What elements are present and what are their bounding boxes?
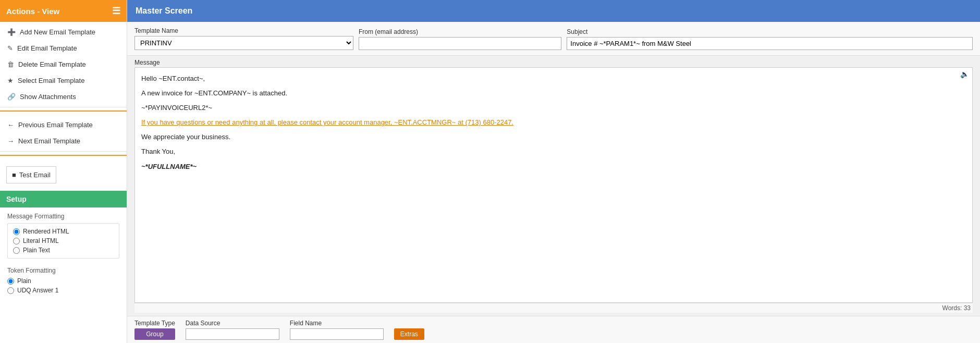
data-source-label: Data Source [186,320,279,327]
msg-line-2: A new invoice for ~ENT.COMPANY~ is attac… [141,88,966,99]
words-count: Words: 33 [134,303,973,313]
sidebar-nav-section: ← Previous Email Template → Next Email T… [0,115,127,152]
next-template-item[interactable]: → Next Email Template [0,133,127,149]
test-email-label: Test Email [19,171,51,179]
plain-text-label: Plain Text [23,247,50,254]
formatting-radio-group: Rendered HTML Literal HTML Plain Text [7,223,119,259]
message-box: 🔈 Hello ~ENT.contact~, A new invoice for… [134,67,973,303]
plain-text-option[interactable]: Plain Text [13,247,114,254]
literal-html-option[interactable]: Literal HTML [13,237,114,244]
sidebar-title: Actions - View [6,7,59,16]
left-arrow-icon: ← [7,121,14,129]
test-email-icon: ■ [12,171,16,179]
test-email-section: ■ Test Email [0,159,127,191]
template-type-btn-label: Group [146,330,163,338]
next-template-label: Next Email Template [18,137,80,145]
setup-header: Setup [0,191,127,207]
rendered-html-label: Rendered HTML [23,228,69,235]
token-formatting-label: Token Formatting [7,267,119,274]
sidebar-divider-2 [0,155,127,156]
star-icon: ★ [7,77,14,84]
edit-template-item[interactable]: ✎ Edit Email Template [0,40,127,56]
data-source-input[interactable] [186,328,279,340]
udq-answer-option[interactable]: UDQ Answer 1 [7,287,119,294]
edit-template-label: Edit Email Template [17,44,77,52]
sidebar-header: Actions - View ☰ [0,0,127,22]
data-source-group: Data Source [186,320,279,340]
edit-icon: ✎ [7,44,13,52]
delete-template-label: Delete Email Template [18,60,86,68]
template-type-label: Template Type [134,320,175,327]
subject-group: Subject [567,28,973,50]
token-radio-group: Plain UDQ Answer 1 [7,277,119,294]
extras-btn-label: Extras [400,330,418,338]
literal-html-radio[interactable] [13,238,20,244]
template-name-group: Template Name PRINTINV [134,27,353,50]
token-formatting-section: Token Formatting Plain UDQ Answer 1 [0,264,127,299]
footer-row: Template Type Group Data Source Field Na… [127,316,980,343]
plain-token-radio[interactable] [7,278,14,285]
form-area: Template Name PRINTINV From (email addre… [127,22,980,56]
msg-line-3: ~*PAYINVOICEURL2*~ [141,102,966,114]
plain-text-radio[interactable] [13,247,20,254]
rendered-html-radio[interactable] [13,228,20,235]
msg-line-6: Thank You, [141,146,966,157]
message-formatting-label: Message Formatting [7,213,119,220]
literal-html-label: Literal HTML [23,237,59,244]
show-attachments-item[interactable]: 🔗 Show Attachments [0,89,127,105]
msg-line-5: We appreciate your business. [141,131,966,143]
sidebar-divider [0,111,127,112]
sidebar: Actions - View ☰ ➕ Add New Email Templat… [0,0,127,343]
extras-button[interactable]: Extras [394,328,424,340]
speaker-icon[interactable]: 🔈 [960,70,969,78]
select-template-label: Select Email Template [18,77,84,84]
subject-input[interactable] [567,37,973,50]
prev-template-item[interactable]: ← Previous Email Template [0,117,127,133]
field-name-input[interactable] [290,328,384,340]
show-attachments-label: Show Attachments [20,93,76,101]
link-icon: 🔗 [7,93,16,101]
msg-line-7: ~*UFULLNAME*~ [141,161,966,173]
template-type-group: Template Type Group [134,320,175,340]
delete-template-item[interactable]: 🗑 Delete Email Template [0,56,127,72]
udq-answer-label: UDQ Answer 1 [17,287,58,294]
message-formatting-section: Message Formatting Rendered HTML Literal… [0,207,127,264]
right-arrow-icon: → [7,137,14,145]
setup-title: Setup [6,195,27,203]
main-content: Master Screen Template Name PRINTINV Fro… [127,0,980,343]
template-name-label: Template Name [134,27,353,34]
template-type-button[interactable]: Group [134,328,175,340]
plain-token-option[interactable]: Plain [7,277,119,285]
udq-answer-radio[interactable] [7,287,14,294]
msg-line-1: Hello ~ENT.contact~, [141,73,966,84]
field-name-group: Field Name [290,320,384,340]
plus-icon: ➕ [7,28,16,36]
add-template-label: Add New Email Template [20,28,95,36]
test-email-button[interactable]: ■ Test Email [6,166,56,183]
sidebar-actions-section: ➕ Add New Email Template ✎ Edit Email Te… [0,22,127,107]
from-email-input[interactable] [359,37,561,50]
message-area: Message 🔈 Hello ~ENT.contact~, A new inv… [127,56,980,316]
extras-group: x Extras [394,320,424,340]
message-label: Message [134,59,973,66]
field-name-label: Field Name [290,320,384,327]
prev-template-label: Previous Email Template [18,121,93,129]
delete-icon: 🗑 [7,60,14,68]
subject-label: Subject [567,28,973,35]
message-content: Hello ~ENT.contact~, A new invoice for ~… [141,73,966,173]
form-row: Template Name PRINTINV From (email addre… [134,27,973,50]
add-template-item[interactable]: ➕ Add New Email Template [0,24,127,40]
from-email-label: From (email address) [359,28,561,35]
main-title: Master Screen [136,6,192,15]
from-email-group: From (email address) [359,28,561,50]
template-name-select[interactable]: PRINTINV [134,36,353,50]
signature: ~*UFULLNAME*~ [141,163,197,170]
main-header: Master Screen [127,0,980,22]
msg-line-4: If you have questions or need anything a… [141,117,966,128]
highlight-text: If you have questions or need anything a… [141,118,513,126]
select-template-item[interactable]: ★ Select Email Template [0,72,127,89]
rendered-html-option[interactable]: Rendered HTML [13,228,114,235]
plain-token-label: Plain [17,277,31,285]
menu-icon[interactable]: ☰ [112,5,120,17]
